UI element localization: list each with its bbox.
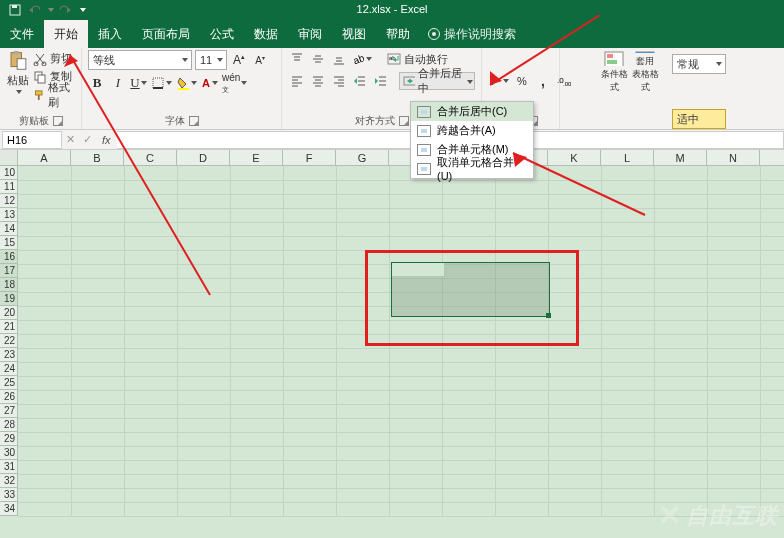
align-left-button[interactable]: [288, 72, 306, 90]
undo-button[interactable]: [26, 2, 44, 18]
active-cell: [392, 263, 444, 276]
tab-help[interactable]: 帮助: [376, 20, 420, 48]
phonetic-button[interactable]: wén文: [222, 74, 248, 92]
tab-review[interactable]: 审阅: [288, 20, 332, 48]
row-header[interactable]: 26: [0, 390, 18, 404]
svg-rect-5: [13, 51, 18, 55]
row-header[interactable]: 24: [0, 362, 18, 376]
select-all-corner[interactable]: [0, 150, 18, 165]
unmerge-icon: [417, 163, 431, 175]
row-header[interactable]: 33: [0, 488, 18, 502]
merge-center-label: 合并后居中: [418, 66, 464, 96]
paste-button[interactable]: 粘贴: [6, 50, 29, 94]
align-top-button[interactable]: [288, 50, 306, 68]
merge-center-button[interactable]: 合并后居中: [399, 72, 475, 90]
row-header[interactable]: 19: [0, 292, 18, 306]
svg-marker-2: [29, 7, 33, 13]
undo-dropdown-icon[interactable]: [48, 8, 54, 12]
row-header[interactable]: 15: [0, 236, 18, 250]
redo-button[interactable]: [56, 2, 74, 18]
svg-marker-51: [407, 79, 410, 83]
merge-across-text: 跨越合并(A): [437, 123, 496, 138]
number-format-combo[interactable]: 常规: [672, 54, 726, 74]
fill-handle[interactable]: [546, 313, 551, 318]
row-header[interactable]: 10: [0, 166, 18, 180]
align-bottom-button[interactable]: [330, 50, 348, 68]
annotation-arrow-3: [505, 145, 655, 225]
tab-data[interactable]: 数据: [244, 20, 288, 48]
decrease-indent-button[interactable]: [351, 72, 369, 90]
svg-line-63: [70, 55, 210, 295]
row-header[interactable]: 34: [0, 502, 18, 516]
format-as-table-label: 套用 表格格式: [630, 55, 660, 94]
row-header[interactable]: 31: [0, 460, 18, 474]
column-header[interactable]: N: [707, 150, 760, 165]
row-header[interactable]: 20: [0, 306, 18, 320]
orientation-button[interactable]: ab: [351, 50, 373, 68]
tab-page-layout[interactable]: 页面布局: [132, 20, 200, 48]
merge-center-icon: [417, 106, 431, 118]
svg-rect-6: [17, 59, 26, 70]
svg-line-67: [513, 153, 645, 215]
tab-formulas[interactable]: 公式: [200, 20, 244, 48]
tab-file[interactable]: 文件: [0, 20, 44, 48]
merge-and-center-item[interactable]: 合并后居中(C): [411, 102, 533, 121]
chevron-down-icon: [716, 62, 722, 66]
row-header[interactable]: 25: [0, 376, 18, 390]
align-right-button[interactable]: [330, 72, 348, 90]
row-header[interactable]: 16: [0, 250, 18, 264]
align-middle-button[interactable]: [309, 50, 327, 68]
number-format-value: 常规: [677, 57, 699, 72]
column-header[interactable]: E: [230, 150, 283, 165]
row-header[interactable]: 12: [0, 194, 18, 208]
selection-box: [391, 262, 550, 317]
title-bar: 12.xlsx - Excel: [0, 0, 784, 20]
decrease-font-button[interactable]: A▾: [251, 51, 269, 69]
svg-rect-11: [36, 90, 43, 94]
row-header[interactable]: 14: [0, 222, 18, 236]
row-header[interactable]: 30: [0, 446, 18, 460]
annotation-arrow-2: [480, 15, 610, 95]
annotation-arrow-1: [50, 45, 220, 305]
svg-text:ab: ab: [352, 52, 365, 66]
column-header[interactable]: F: [283, 150, 336, 165]
row-header[interactable]: 22: [0, 334, 18, 348]
column-header[interactable]: G: [336, 150, 389, 165]
svg-marker-3: [67, 7, 71, 13]
alignment-launcher-icon[interactable]: [399, 116, 409, 126]
row-header[interactable]: 13: [0, 208, 18, 222]
svg-marker-48: [375, 78, 378, 84]
format-as-table-button[interactable]: 套用 表格格式: [630, 50, 660, 94]
row-header[interactable]: 11: [0, 180, 18, 194]
cell-style-sample[interactable]: 适中: [672, 109, 726, 129]
row-header[interactable]: 32: [0, 474, 18, 488]
row-header[interactable]: 17: [0, 264, 18, 278]
row-header[interactable]: 21: [0, 320, 18, 334]
cell-style-value: 适中: [677, 112, 699, 127]
merge-across-item[interactable]: 跨越合并(A): [411, 121, 533, 140]
svg-marker-52: [410, 79, 413, 83]
row-header[interactable]: 27: [0, 404, 18, 418]
row-header[interactable]: 29: [0, 432, 18, 446]
wrap-text-label: 自动换行: [404, 52, 448, 67]
row-header[interactable]: 18: [0, 278, 18, 292]
paste-label: 粘贴: [7, 73, 29, 88]
tab-view[interactable]: 视图: [332, 20, 376, 48]
tab-home[interactable]: 开始: [44, 20, 88, 48]
watermark: 自由互联: [658, 499, 778, 532]
save-button[interactable]: [6, 2, 24, 18]
qat-customize-icon[interactable]: [80, 8, 86, 12]
increase-font-button[interactable]: A▴: [230, 51, 248, 69]
row-header[interactable]: 28: [0, 418, 18, 432]
clipboard-group-label: 剪贴板: [19, 114, 49, 128]
tab-insert[interactable]: 插入: [88, 20, 132, 48]
column-header[interactable]: M: [654, 150, 707, 165]
quick-access-toolbar: [6, 2, 86, 18]
row-header[interactable]: 23: [0, 348, 18, 362]
row-headers: 1011121314151617181920212223242526272829…: [0, 166, 18, 516]
align-center-button[interactable]: [309, 72, 327, 90]
name-box-value: H16: [7, 134, 27, 146]
merge-center-text: 合并后居中(C): [437, 104, 507, 119]
increase-indent-button[interactable]: [372, 72, 390, 90]
svg-rect-60: [636, 52, 654, 53]
